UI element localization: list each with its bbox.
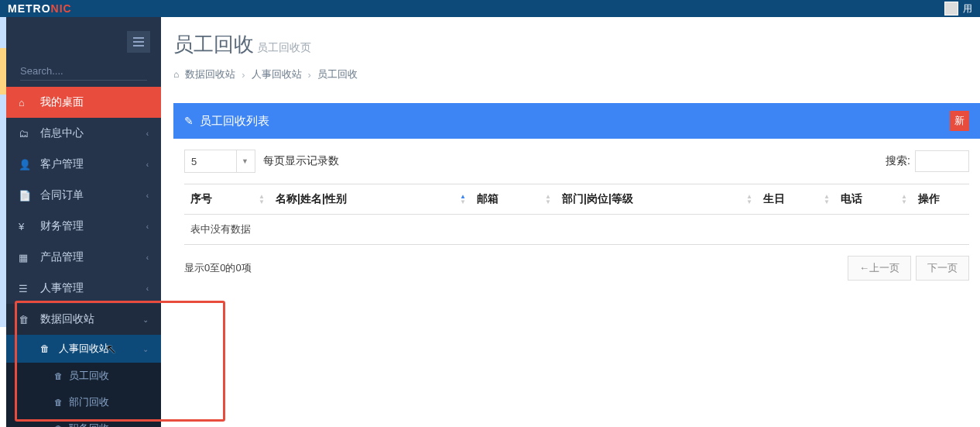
nav-label: 人事管理 <box>40 281 84 295</box>
subnav-department-recycle[interactable]: 🗑 部门回收 <box>6 389 161 415</box>
trash-icon: 🗑 <box>40 343 51 354</box>
chevron-left-icon: ‹ <box>146 191 149 200</box>
home-icon: ⌂ <box>19 97 29 108</box>
nav-label: 财务管理 <box>40 219 84 233</box>
panel-title: 员工回收列表 <box>200 114 269 129</box>
data-table: 序号▲▼ 名称|姓名|性别▲▼ 邮箱▲▼ 部门|岗位|等级▲▼ 生日▲▼ 电话▲… <box>184 184 969 245</box>
subnav-hr-recycle[interactable]: 🗑 人事回收站 ⌄ <box>6 335 161 363</box>
col-phone[interactable]: 电话▲▼ <box>834 184 912 215</box>
col-birthday[interactable]: 生日▲▼ <box>757 184 834 215</box>
breadcrumb-link[interactable]: 人事回收站 <box>252 67 302 81</box>
content-area: 员工回收 员工回收页 ⌂ 数据回收站 › 人事回收站 › 员工回收 ✎ 员工回收… <box>161 17 980 291</box>
username: 用 <box>963 2 972 15</box>
subnav-label: 人事回收站 <box>59 342 109 356</box>
page-header: 员工回收 员工回收页 <box>173 31 980 58</box>
page-size-value: 5 <box>191 156 197 167</box>
records-label: 每页显示记录数 <box>263 154 339 168</box>
next-page-button[interactable]: 下一页 <box>916 256 969 281</box>
chevron-left-icon: ‹ <box>146 284 149 293</box>
nav-contracts[interactable]: 📄 合同订单 ‹ <box>6 180 161 211</box>
col-action: 操作 <box>912 184 969 215</box>
table-search-input[interactable] <box>915 150 969 172</box>
trash-icon: 🗑 <box>54 371 63 381</box>
list-icon: ☰ <box>19 283 29 294</box>
nav-label: 客户管理 <box>40 157 84 171</box>
prev-page-button[interactable]: ←上一页 <box>848 256 911 281</box>
topbar-user[interactable]: 用 <box>944 2 972 15</box>
edit-icon: ✎ <box>184 115 194 127</box>
new-button[interactable]: 新 <box>950 111 969 131</box>
sidebar-search-input[interactable] <box>20 62 147 81</box>
breadcrumb-current: 员工回收 <box>317 67 358 81</box>
page-size-select[interactable]: 5 ▼ <box>184 150 255 173</box>
page-title: 员工回收 <box>173 31 254 58</box>
trash-icon: 🗑 <box>54 424 63 427</box>
sidebar: ⌂ 我的桌面 🗂 信息中心 ‹ 👤 客户管理 ‹ 📄 合同订单 ‹ ¥ 财务管理… <box>6 17 161 427</box>
nav-info-center[interactable]: 🗂 信息中心 ‹ <box>6 118 161 149</box>
yen-icon: ¥ <box>19 221 29 232</box>
nav-products[interactable]: ▦ 产品管理 ‹ <box>6 242 161 273</box>
subnav-position-recycle[interactable]: 🗑 职务回收 <box>6 415 161 427</box>
nav-finance[interactable]: ¥ 财务管理 ‹ <box>6 211 161 242</box>
nav-recycle-bin[interactable]: 🗑 数据回收站 ⌄ <box>6 304 161 335</box>
breadcrumb: ⌂ 数据回收站 › 人事回收站 › 员工回收 <box>173 67 980 81</box>
breadcrumb-link[interactable]: 数据回收站 <box>185 67 235 81</box>
nav-label: 产品管理 <box>40 250 84 264</box>
dropdown-arrow-icon: ▼ <box>236 150 248 172</box>
table-empty-row: 表中没有数据 <box>184 215 969 245</box>
avatar <box>944 2 958 15</box>
grid-icon: ▦ <box>19 252 29 263</box>
sidebar-nav: ⌂ 我的桌面 🗂 信息中心 ‹ 👤 客户管理 ‹ 📄 合同订单 ‹ ¥ 财务管理… <box>6 87 161 427</box>
chevron-left-icon: ‹ <box>146 253 149 262</box>
nav-hr[interactable]: ☰ 人事管理 ‹ <box>6 273 161 304</box>
breadcrumb-sep: › <box>308 69 311 81</box>
nav-customers[interactable]: 👤 客户管理 ‹ <box>6 149 161 180</box>
breadcrumb-sep: › <box>242 69 245 81</box>
topbar: METRONIC 用 <box>0 0 980 17</box>
chevron-down-icon: ⌄ <box>142 315 149 324</box>
panel-body: 5 ▼ 每页显示记录数 搜索: 序号▲▼ 名称|姓名|性别▲▼ 邮箱▲▼ 部门|… <box>173 139 980 291</box>
doc-icon: 📄 <box>19 190 29 201</box>
user-icon: 👤 <box>19 159 29 170</box>
col-name[interactable]: 名称|姓名|性别▲▼ <box>269 184 471 215</box>
page-subtitle: 员工回收页 <box>257 41 311 55</box>
col-email[interactable]: 邮箱▲▼ <box>471 184 556 215</box>
nav-desktop[interactable]: ⌂ 我的桌面 <box>6 87 161 118</box>
nav-label: 信息中心 <box>40 126 84 140</box>
subnav-employee-recycle[interactable]: 🗑 员工回收 <box>6 363 161 389</box>
chevron-left-icon: ‹ <box>146 222 149 231</box>
logo: METRONIC <box>8 2 72 15</box>
col-index[interactable]: 序号▲▼ <box>184 184 269 215</box>
menu-toggle-button[interactable] <box>127 31 150 53</box>
search-label: 搜索: <box>886 154 910 168</box>
nav-label: 我的桌面 <box>40 95 84 109</box>
left-color-strip <box>0 17 6 327</box>
chevron-left-icon: ‹ <box>146 129 149 138</box>
col-dept[interactable]: 部门|岗位|等级▲▼ <box>556 184 757 215</box>
chevron-left-icon: ‹ <box>146 160 149 169</box>
trash-icon: 🗑 <box>19 314 29 325</box>
table-footer: 显示0至0的0项 ←上一页 下一页 <box>184 244 969 281</box>
home-icon: ⌂ <box>173 69 179 80</box>
chevron-down-icon: ⌄ <box>142 345 149 353</box>
table-info: 显示0至0的0项 <box>184 261 252 275</box>
panel-header: ✎ 员工回收列表 新 <box>173 103 980 139</box>
nav-label: 合同订单 <box>40 188 84 202</box>
nav-label: 数据回收站 <box>40 312 94 326</box>
empty-message: 表中没有数据 <box>184 215 969 245</box>
info-icon: 🗂 <box>19 128 29 139</box>
trash-icon: 🗑 <box>54 398 63 407</box>
